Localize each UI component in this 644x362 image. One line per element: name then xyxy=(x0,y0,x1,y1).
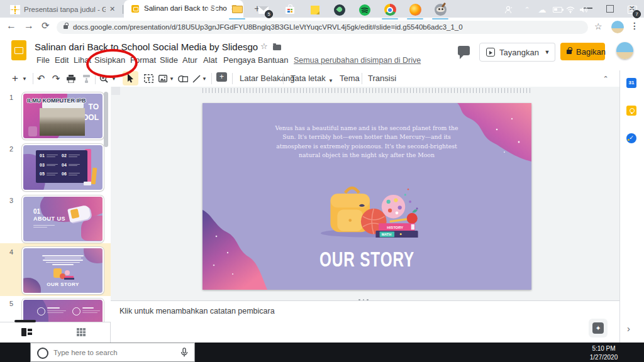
keep-icon[interactable] xyxy=(626,106,636,116)
reload-icon[interactable]: ⟳ xyxy=(42,20,50,31)
hide-panel-chevron-icon[interactable]: › xyxy=(627,323,630,334)
insert-image-icon[interactable] xyxy=(157,72,169,85)
search-input[interactable] xyxy=(52,346,180,359)
move-folder-icon[interactable] xyxy=(273,45,281,50)
comments-button-tail xyxy=(460,55,464,59)
android-studio-button[interactable] xyxy=(327,0,352,19)
save-status-link[interactable]: Semua perubahan disimpan di Drive xyxy=(294,56,421,65)
text-box-icon[interactable]: T xyxy=(142,72,155,85)
slide-title[interactable]: OUR STORY xyxy=(219,248,515,272)
slide-thumbnail-5[interactable] xyxy=(22,299,104,322)
tray-expand-icon[interactable]: ⌃ xyxy=(519,0,535,19)
undo-icon[interactable]: ↶ xyxy=(35,72,47,85)
start-button[interactable] xyxy=(0,0,30,19)
star-document-icon[interactable]: ☆ xyxy=(260,41,268,51)
calendar-icon[interactable]: 31 xyxy=(626,78,636,88)
menu-alat[interactable]: Alat xyxy=(203,55,217,65)
gimp-button[interactable] xyxy=(428,0,453,19)
document-title[interactable]: Salinan dari Back to School Social Media… xyxy=(35,41,258,52)
decorations xyxy=(47,310,66,311)
decorations xyxy=(84,182,91,185)
line-dropdown-icon[interactable]: ▼ xyxy=(201,72,208,85)
forward-icon[interactable]: → xyxy=(24,20,34,31)
slide-body-text[interactable]: Venus has a beautiful name and is the se… xyxy=(272,124,461,160)
tab-title: Presentasi tanpa judul - Google S xyxy=(24,6,106,13)
mail-badge: 5 xyxy=(265,10,273,18)
menu-bantuan[interactable]: Bantuan xyxy=(258,55,288,65)
menu-slide[interactable]: Slide xyxy=(160,55,178,65)
thumbnail-photo xyxy=(40,108,85,136)
layout-button[interactable]: Tata letak xyxy=(291,74,326,83)
comments-button[interactable] xyxy=(458,46,470,55)
redo-icon[interactable]: ↷ xyxy=(50,72,62,85)
theme-button[interactable]: Tema xyxy=(340,74,360,83)
print-icon[interactable] xyxy=(65,72,77,85)
window-maximize-button[interactable] xyxy=(606,5,614,13)
notes-resize-handle[interactable] xyxy=(358,298,371,302)
filmstrip-view-bar xyxy=(28,329,32,331)
speaker-notes-placeholder[interactable]: Klik untuk menambahkan catatan pembicara xyxy=(119,307,275,315)
store-button[interactable] xyxy=(278,0,302,19)
present-dropdown-button[interactable]: ▼ xyxy=(540,43,555,62)
new-slide-button[interactable]: + xyxy=(10,72,20,85)
collapse-toolbar-icon[interactable]: ⌃ xyxy=(601,72,611,85)
decorations xyxy=(72,307,80,315)
task-view-button[interactable] xyxy=(200,0,223,19)
account-avatar[interactable] xyxy=(616,42,633,59)
filmstrip-view-icon[interactable] xyxy=(21,328,32,336)
decorations xyxy=(33,227,47,228)
decorations xyxy=(37,307,45,315)
onedrive-cloud-icon[interactable]: ☁ xyxy=(535,0,550,19)
menu-atur[interactable]: Atur xyxy=(182,55,197,65)
share-button[interactable]: Bagikan xyxy=(560,43,605,60)
menu-file[interactable]: File xyxy=(36,55,50,65)
browser-menu-icon[interactable]: ⋮ xyxy=(630,21,639,31)
explore-button[interactable]: ✦ xyxy=(589,319,608,337)
url-bar[interactable]: docs.google.com/presentation/d/18U5Up3gn… xyxy=(57,21,588,34)
image-dropdown-icon[interactable]: ▼ xyxy=(169,72,175,85)
slide-canvas[interactable]: Venus has a beautiful name and is the se… xyxy=(203,103,531,290)
menu-pengaya[interactable]: Pengaya xyxy=(223,55,255,65)
transition-button[interactable]: Transisi xyxy=(368,74,396,83)
background-button[interactable]: Latar Belakang xyxy=(240,74,294,83)
bookmark-star-icon[interactable]: ☆ xyxy=(594,21,602,31)
thumb4-title: OUR STORY xyxy=(23,282,103,287)
slide-thumbnail-4-selected[interactable]: OUR STORY xyxy=(22,247,104,294)
school-supplies-illustration[interactable]: HISTORY MATH xyxy=(316,181,424,238)
microphone-icon[interactable] xyxy=(180,348,188,358)
present-button[interactable]: Tayangkan xyxy=(479,43,541,62)
slide-thumbnail-3[interactable]: 01 ABOUT US xyxy=(22,195,104,243)
firefox-button[interactable] xyxy=(402,0,428,19)
chevron-down-icon: ▼ xyxy=(545,49,550,55)
add-comment-icon[interactable]: + xyxy=(216,72,227,82)
new-slide-dropdown-icon[interactable]: ▼ xyxy=(21,72,28,85)
thumb3-number: 01 xyxy=(33,208,40,215)
paint-format-icon[interactable] xyxy=(80,72,92,85)
battery-icon[interactable] xyxy=(550,0,565,19)
file-explorer-button[interactable] xyxy=(225,0,249,19)
wifi-icon[interactable] xyxy=(564,0,577,19)
browser-avatar[interactable] xyxy=(611,21,624,33)
insert-line-icon[interactable] xyxy=(191,72,202,85)
taskbar-search-box[interactable] xyxy=(30,343,195,362)
slide-thumbnail-1[interactable]: TO OOL ILMU KOMPUTER IPB xyxy=(22,92,104,140)
menu-edit[interactable]: Edit xyxy=(55,55,69,65)
insert-shape-icon[interactable] xyxy=(177,72,189,85)
screen: Presentasi tanpa judul - Google S ✕ Sali… xyxy=(0,0,644,362)
filmstrip-scrollbar[interactable] xyxy=(104,92,108,147)
spotify-button[interactable] xyxy=(352,0,377,19)
volume-icon[interactable] xyxy=(576,0,591,19)
layout-dropdown-icon[interactable]: ▼ xyxy=(328,74,334,87)
action-center-icon[interactable]: 7 xyxy=(621,0,643,19)
back-icon[interactable]: ← xyxy=(6,20,16,31)
notification-badge: 7 xyxy=(633,10,641,18)
mail-button[interactable]: 5 xyxy=(252,0,275,19)
chrome-button[interactable] xyxy=(377,0,402,19)
taskbar-clock[interactable]: 5:10 PM 1/27/2020 xyxy=(589,344,619,361)
tasks-icon[interactable]: ✓ xyxy=(626,133,636,143)
people-icon[interactable] xyxy=(501,0,517,19)
grid-view-icon[interactable] xyxy=(77,328,86,336)
sticky-notes-button[interactable] xyxy=(303,0,327,19)
slide-thumbnail-2[interactable]: 01 02 03 04 05 06 xyxy=(22,144,104,191)
tab-close-icon[interactable]: ✕ xyxy=(109,5,115,13)
